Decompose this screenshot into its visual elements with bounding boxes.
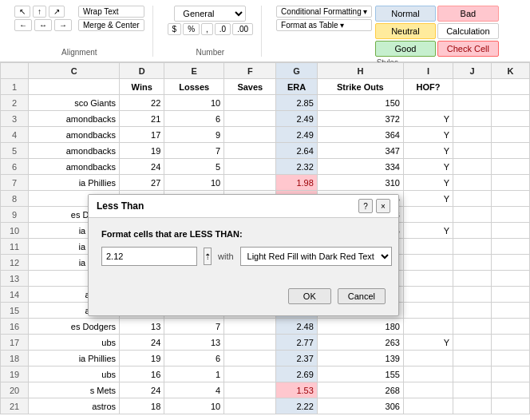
col-g-header[interactable]: G	[276, 63, 317, 79]
saves-cell[interactable]	[224, 319, 276, 335]
wins-cell[interactable]: 24	[120, 159, 164, 175]
hof-cell[interactable]: Y	[403, 143, 453, 159]
saves-cell[interactable]	[224, 143, 276, 159]
team-cell[interactable]: ubs	[29, 367, 120, 382]
era-cell[interactable]: 1.53	[276, 382, 317, 398]
col-e-header[interactable]: E	[164, 63, 224, 79]
k-cell[interactable]	[492, 175, 530, 191]
col-d-header[interactable]: D	[120, 63, 164, 79]
k-cell[interactable]	[492, 95, 530, 111]
k-cell[interactable]	[492, 111, 530, 127]
conditional-formatting-btn[interactable]: Conditional Formatting ▾	[276, 6, 372, 18]
losses-cell[interactable]: 7	[164, 143, 224, 159]
era-cell[interactable]: 2.69	[276, 367, 317, 382]
j-cell[interactable]	[453, 271, 492, 287]
losses-cell[interactable]: 1	[164, 367, 224, 382]
k-cell[interactable]	[492, 319, 530, 335]
k-cell[interactable]	[492, 207, 530, 223]
hof-cell[interactable]: Y	[403, 111, 453, 127]
era-cell[interactable]: 2.77	[276, 335, 317, 351]
wrap-text-btn[interactable]: Wrap Text	[78, 6, 144, 18]
format-as-table-btn[interactable]: Format as Table ▾	[276, 19, 372, 31]
k-cell[interactable]	[492, 159, 530, 175]
saves-cell[interactable]	[224, 367, 276, 382]
losses-cell[interactable]: 6	[164, 351, 224, 367]
losses-cell[interactable]: 4	[164, 382, 224, 398]
k-cell[interactable]	[492, 239, 530, 255]
hof-cell[interactable]	[403, 303, 453, 319]
so-cell[interactable]: 347	[317, 143, 403, 159]
j-cell[interactable]	[453, 143, 492, 159]
header-hof[interactable]: HOF?	[403, 79, 453, 95]
col-h-header[interactable]: H	[317, 63, 403, 79]
col-c-header[interactable]: C	[29, 63, 120, 79]
k-cell[interactable]	[492, 367, 530, 382]
hof-cell[interactable]: Y	[403, 127, 453, 143]
era-cell[interactable]: 2.64	[276, 143, 317, 159]
hof-cell[interactable]	[403, 271, 453, 287]
saves-cell[interactable]	[224, 335, 276, 351]
align-mid-center-btn[interactable]: ↔	[34, 19, 52, 31]
normal-style-btn[interactable]: Normal	[375, 6, 436, 22]
hof-cell[interactable]	[403, 95, 453, 111]
percent-btn[interactable]: %	[183, 23, 200, 35]
j-cell[interactable]	[453, 287, 492, 303]
j-cell[interactable]	[453, 382, 492, 398]
team-cell[interactable]: amondbacks	[29, 111, 120, 127]
header-losses[interactable]: Losses	[164, 79, 224, 95]
era-cell[interactable]: 2.32	[276, 159, 317, 175]
less-than-dialog[interactable]: Less Than ? × Format cells that are LESS…	[88, 194, 399, 316]
merge-center-btn[interactable]: Merge & Center	[78, 19, 144, 31]
k-cell[interactable]	[492, 382, 530, 398]
wins-cell[interactable]: 19	[120, 143, 164, 159]
align-top-right-btn[interactable]: ↗	[49, 6, 65, 18]
j-cell[interactable]	[453, 111, 492, 127]
header-j[interactable]	[453, 79, 492, 95]
hof-cell[interactable]	[403, 351, 453, 367]
era-cell[interactable]: 2.49	[276, 127, 317, 143]
comma-btn[interactable]: ,	[201, 23, 213, 35]
wins-cell[interactable]: 27	[120, 175, 164, 191]
k-cell[interactable]	[492, 191, 530, 207]
saves-cell[interactable]	[224, 95, 276, 111]
col-i-header[interactable]: I	[403, 63, 453, 79]
k-cell[interactable]	[492, 351, 530, 367]
team-cell[interactable]: amondbacks	[29, 143, 120, 159]
wins-cell[interactable]: 18	[120, 398, 164, 414]
dialog-cancel-btn[interactable]: Cancel	[338, 288, 386, 304]
number-format-select[interactable]: General	[174, 6, 246, 22]
neutral-style-btn[interactable]: Neutral	[375, 23, 436, 39]
hof-cell[interactable]	[403, 255, 453, 271]
j-cell[interactable]	[453, 335, 492, 351]
team-cell[interactable]: es Dodgers	[29, 319, 120, 335]
dialog-ok-btn[interactable]: OK	[288, 288, 331, 304]
losses-cell[interactable]: 9	[164, 127, 224, 143]
team-cell[interactable]: amondbacks	[29, 159, 120, 175]
team-cell[interactable]: astros	[29, 398, 120, 414]
losses-cell[interactable]: 10	[164, 175, 224, 191]
losses-cell[interactable]: 5	[164, 159, 224, 175]
dollar-btn[interactable]: $	[168, 23, 182, 35]
team-cell[interactable]: ubs	[29, 335, 120, 351]
era-cell[interactable]: 2.37	[276, 351, 317, 367]
k-cell[interactable]	[492, 255, 530, 271]
k-cell[interactable]	[492, 127, 530, 143]
decrease-decimal-btn[interactable]: .0	[215, 23, 231, 35]
losses-cell[interactable]: 10	[164, 95, 224, 111]
j-cell[interactable]	[453, 398, 492, 414]
header-saves[interactable]: Saves	[224, 79, 276, 95]
align-top-left-btn[interactable]: ↖	[14, 6, 30, 18]
era-cell[interactable]: 2.22	[276, 398, 317, 414]
so-cell[interactable]: 139	[317, 351, 403, 367]
calculation-style-btn[interactable]: Calculation	[437, 23, 498, 39]
losses-cell[interactable]: 6	[164, 111, 224, 127]
so-cell[interactable]: 268	[317, 382, 403, 398]
j-cell[interactable]	[453, 159, 492, 175]
losses-cell[interactable]: 10	[164, 398, 224, 414]
saves-cell[interactable]	[224, 111, 276, 127]
header-c[interactable]	[29, 79, 120, 95]
increase-decimal-btn[interactable]: .00	[232, 23, 253, 35]
k-cell[interactable]	[492, 271, 530, 287]
hof-cell[interactable]: Y	[403, 159, 453, 175]
so-cell[interactable]: 155	[317, 367, 403, 382]
